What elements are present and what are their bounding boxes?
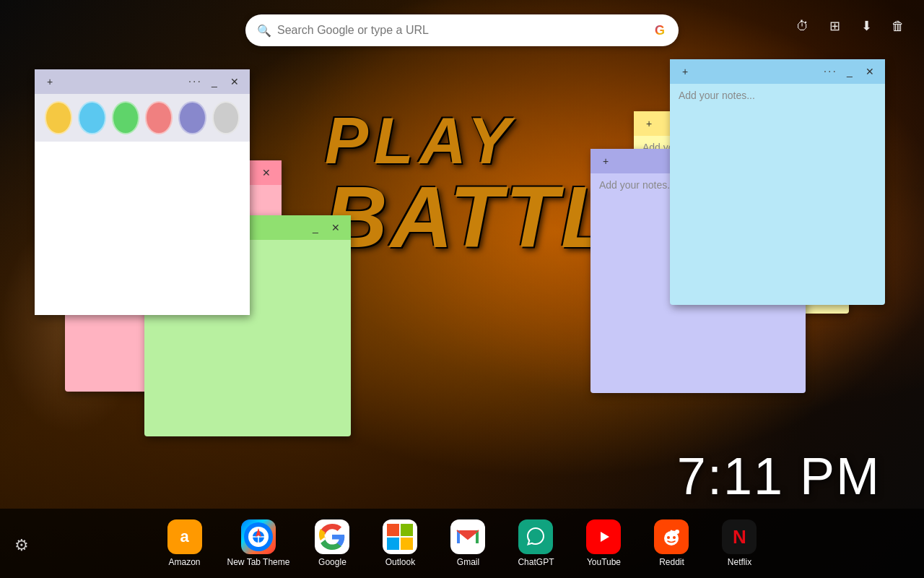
chatgpt-label: ChatGPT [518,557,554,567]
color-picker [35,94,250,142]
dock-item-chatgpt[interactable]: ChatGPT [510,519,561,567]
outlook-label: Outlook [385,557,415,567]
settings-icon[interactable]: ⚙ [14,536,29,555]
google-logo: G [653,23,667,38]
chatgpt-icon [518,519,553,554]
new-tab-theme-label: New Tab Theme [227,557,290,567]
sticky-note-blue: + ··· _ ✕ Add your notes... [670,59,885,305]
search-bar: 🔍 G [245,14,679,46]
note3-close-btn[interactable]: ✕ [328,220,344,236]
gmail-label: Gmail [457,557,479,567]
search-icon: 🔍 [257,24,271,38]
note2-close-btn[interactable]: ✕ [258,165,274,181]
dock-item-outlook[interactable]: Outlook [375,519,425,567]
svg-point-22 [666,533,668,535]
note4-header: + ··· _ ✕ [670,59,885,84]
svg-rect-9 [401,538,413,550]
note4-add-btn[interactable]: + [677,64,693,79]
color-blue[interactable] [78,101,105,134]
svg-point-17 [667,536,670,539]
svg-point-18 [673,536,676,539]
download-icon[interactable]: ⬇ [855,14,878,38]
outlook-icon [383,519,417,554]
gmail-icon [450,519,485,554]
reddit-icon [654,519,689,554]
dock-item-netflix[interactable]: N Netflix [714,519,764,567]
amazon-label: Amazon [169,557,201,567]
dock-item-reddit[interactable]: Reddit [646,519,697,567]
dock-item-youtube[interactable]: YouTube [578,519,629,567]
svg-line-21 [671,531,677,532]
color-gray[interactable] [212,101,240,134]
svg-point-23 [675,533,677,535]
google-g-letter: G [655,23,665,38]
color-pink[interactable] [145,101,173,134]
note1-header: + ··· _ ✕ [35,69,250,94]
note1-minimize-btn[interactable]: _ [206,74,222,90]
note1-close-btn[interactable]: ✕ [227,74,243,90]
google-label: Google [318,557,346,567]
dock-item-google[interactable]: Google [307,519,357,567]
dock-item-gmail[interactable]: Gmail [443,519,493,567]
bottom-dock: a Amazon New Tab Theme Google [0,509,924,578]
note6-add-btn[interactable]: + [598,153,614,169]
trash-icon[interactable]: 🗑 [886,14,910,38]
svg-rect-8 [387,538,399,550]
note4-close-btn[interactable]: ✕ [862,64,878,79]
note4-body[interactable]: Add your notes... [670,84,885,127]
note3-minimize-btn[interactable]: _ [308,220,323,236]
color-yellow[interactable] [45,101,72,134]
new-tab-theme-icon [241,519,276,554]
note1-add-btn[interactable]: + [42,74,58,90]
amazon-icon: a [167,519,202,554]
dock-item-amazon[interactable]: a Amazon [160,519,210,567]
note5-add-btn[interactable]: + [641,116,657,131]
note1-menu[interactable]: ··· [188,75,202,88]
clock-display: 7:11 PM [677,447,881,506]
search-input[interactable] [277,24,647,37]
timer-icon[interactable]: ⏱ [791,14,814,38]
sticky-note-1: + ··· _ ✕ [35,69,250,315]
svg-rect-6 [387,524,399,536]
reddit-label: Reddit [659,557,684,567]
color-purple[interactable] [178,101,206,134]
note1-content[interactable] [35,142,250,315]
color-green[interactable] [112,101,139,134]
netflix-label: Netflix [728,557,751,567]
youtube-label: YouTube [587,557,621,567]
extensions-icon[interactable]: ⊞ [823,14,846,38]
note4-minimize-btn[interactable]: _ [842,64,858,79]
top-right-icons: ⏱ ⊞ ⬇ 🗑 [791,14,910,38]
netflix-icon: N [722,519,757,554]
dock-item-new-tab-theme[interactable]: New Tab Theme [227,519,290,567]
svg-rect-7 [401,524,413,536]
google-icon [315,519,349,554]
note4-menu[interactable]: ··· [824,65,837,78]
youtube-icon [586,519,621,554]
